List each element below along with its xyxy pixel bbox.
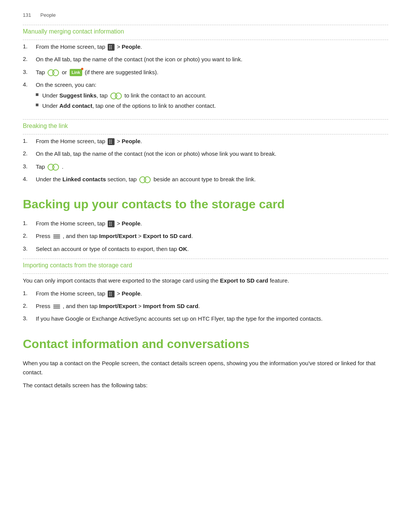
bullet-icon	[36, 104, 38, 106]
breaking-link-steps: 1. From the Home screen, tap > People. 2…	[23, 137, 388, 184]
importing-divider-bottom	[23, 273, 388, 274]
menu-grid-icon-2	[108, 138, 115, 145]
co-icon-3	[48, 164, 59, 171]
breaking-link-divider-bottom	[23, 134, 388, 134]
page-number: 131	[23, 12, 34, 18]
step-3: 3. Tap or Link (if there are suggested l…	[23, 68, 388, 77]
menu-grid-icon-3	[108, 220, 115, 227]
breaking-link-title: Breaking the link	[23, 123, 388, 129]
page-header: 131 People	[23, 12, 388, 18]
backup-step-1: 1. From the Home screen, tap > People.	[23, 219, 388, 228]
step-4-bullets: Under Suggest links, tap to link the con…	[36, 91, 388, 110]
step-4: 4. On the screen, you can: Under Suggest…	[23, 80, 388, 112]
co-icon-1	[48, 69, 59, 76]
bullet-add-contact: Under Add contact, tap one of the option…	[36, 102, 388, 110]
break-step-1: 1. From the Home screen, tap > People.	[23, 137, 388, 145]
hamburger-icon-1	[53, 233, 60, 240]
importing-intro: You can only import contacts that were e…	[23, 276, 388, 285]
link-badge-dot	[81, 68, 83, 70]
import-step-3: 3. If you have Google or Exchange Active…	[23, 314, 388, 323]
backing-up-title: Backing up your contacts to the storage …	[23, 197, 388, 211]
importing-contacts-subsection: Importing contacts from the storage card…	[23, 259, 388, 323]
break-step-4: 4. Under the Linked contacts section, ta…	[23, 175, 388, 184]
step-1: 1. From the Home screen, tap > People.	[23, 42, 388, 51]
bullet-icon	[36, 93, 38, 96]
backup-step-3: 3. Select an account or type of contacts…	[23, 244, 388, 253]
importing-contacts-title: Importing contacts from the storage card	[23, 262, 388, 269]
break-step-2: 2. On the All tab, tap the name of the c…	[23, 149, 388, 158]
backing-up-steps: 1. From the Home screen, tap > People. 2…	[23, 219, 388, 253]
backup-step-2: 2. Press , and then tap Import/Export > …	[23, 232, 388, 240]
breaking-link-section: Breaking the link 1. From the Home scree…	[23, 119, 388, 184]
manually-merging-steps: 1. From the Home screen, tap > People. 2…	[23, 42, 388, 112]
svg-point-7	[144, 177, 150, 183]
hamburger-icon-2	[53, 304, 60, 310]
bullet-suggest-links: Under Suggest links, tap to link the con…	[36, 91, 388, 100]
svg-point-5	[53, 164, 59, 170]
contact-info-section: Contact information and conversations Wh…	[23, 337, 388, 390]
co-icon-4	[139, 176, 151, 183]
manually-merging-title: Manually merging contact information	[23, 28, 388, 35]
importing-steps: 1. From the Home screen, tap > People. 2…	[23, 289, 388, 323]
link-badge: Link	[70, 69, 82, 76]
manually-merging-section: Manually merging contact information 1. …	[23, 25, 388, 112]
step-2: 2. On the All tab, tap the name of the c…	[23, 55, 388, 64]
breaking-link-divider	[23, 119, 388, 120]
co-icon-2	[110, 93, 122, 99]
break-step-3: 3. Tap .	[23, 162, 388, 171]
contact-info-intro2: The contact details screen has the follo…	[23, 381, 388, 390]
svg-point-3	[115, 93, 121, 99]
menu-grid-icon	[108, 44, 115, 51]
import-step-1: 1. From the Home screen, tap > People.	[23, 289, 388, 298]
backing-up-section: Backing up your contacts to the storage …	[23, 197, 388, 323]
svg-point-1	[53, 70, 59, 76]
import-step-2: 2. Press , and then tap Import/Export > …	[23, 302, 388, 310]
contact-info-intro1: When you tap a contact on the People scr…	[23, 359, 388, 377]
importing-divider	[23, 259, 388, 259]
contact-info-title: Contact information and conversations	[23, 337, 388, 351]
section-divider-bottom	[23, 40, 388, 40]
header-title: People	[40, 12, 56, 18]
menu-grid-icon-4	[108, 291, 115, 297]
section-divider	[23, 25, 388, 25]
